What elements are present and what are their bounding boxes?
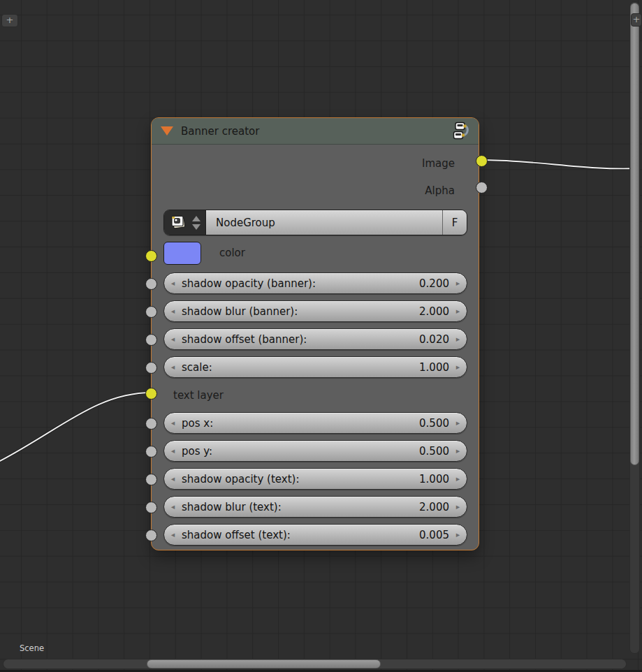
decrement-arrow-icon[interactable]: ◂ — [164, 418, 182, 428]
output-label-alpha: Alpha — [315, 183, 455, 198]
slider-label: shadow offset (text): — [182, 529, 419, 541]
decrement-arrow-icon[interactable]: ◂ — [164, 363, 182, 372]
slider-value: 0.020 — [419, 333, 449, 346]
slider-label: shadow blur (banner): — [182, 305, 419, 318]
input-socket-pos-x[interactable] — [145, 418, 157, 430]
vertical-scrollbar-thumb[interactable] — [630, 3, 639, 465]
slider-value: 2.000 — [419, 305, 449, 318]
scene-label: Scene — [20, 643, 44, 653]
noodle-to-text-layer — [0, 393, 152, 462]
decrement-arrow-icon[interactable]: ◂ — [164, 502, 182, 511]
increment-arrow-icon[interactable]: ▸ — [449, 335, 467, 344]
input-socket-shadow-opacity-text[interactable] — [145, 474, 157, 485]
decrement-arrow-icon[interactable]: ◂ — [164, 307, 182, 316]
decrement-arrow-icon[interactable]: ◂ — [164, 279, 182, 288]
input-socket-scale[interactable] — [145, 362, 157, 374]
decrement-arrow-icon[interactable]: ◂ — [164, 335, 182, 344]
slider-value: 0.005 — [419, 529, 449, 541]
slider-label: scale: — [182, 361, 419, 374]
input-socket-shadow-offset-banner[interactable] — [145, 334, 157, 346]
increment-arrow-icon[interactable]: ▸ — [449, 307, 467, 316]
slider-value: 0.500 — [419, 417, 449, 430]
slider-shadow-blur-text[interactable]: ◂ shadow blur (text): 2.000 ▸ — [163, 496, 467, 518]
slider-label: shadow offset (banner): — [182, 333, 419, 346]
group-browse-button[interactable] — [164, 210, 206, 235]
fake-user-button[interactable]: F — [442, 210, 467, 235]
color-swatch[interactable] — [163, 242, 201, 265]
text-layer-label: text layer — [173, 388, 224, 403]
input-socket-pos-y[interactable] — [145, 446, 157, 458]
input-socket-shadow-blur-banner[interactable] — [145, 306, 157, 318]
decrement-arrow-icon[interactable]: ◂ — [164, 446, 182, 455]
decrement-arrow-icon[interactable]: ◂ — [164, 474, 182, 483]
browse-updown-arrows-icon[interactable] — [192, 216, 200, 230]
region-expand-plus-icon[interactable]: + — [631, 13, 642, 27]
node-group-icon — [446, 120, 469, 142]
slider-pos-y[interactable]: ◂ pos y: 0.500 ▸ — [163, 440, 467, 462]
output-socket-image[interactable] — [476, 155, 488, 167]
slider-shadow-opacity-banner[interactable]: ◂ shadow opacity (banner): 0.200 ▸ — [163, 272, 467, 294]
increment-arrow-icon[interactable]: ▸ — [449, 474, 467, 483]
input-socket-text-layer[interactable] — [145, 388, 157, 400]
collapse-triangle-icon[interactable] — [161, 126, 173, 136]
slider-shadow-blur-banner[interactable]: ◂ shadow blur (banner): 2.000 ▸ — [163, 300, 467, 322]
slider-shadow-offset-text[interactable]: ◂ shadow offset (text): 0.005 ▸ — [163, 524, 467, 546]
increment-arrow-icon[interactable]: ▸ — [449, 418, 467, 428]
increment-arrow-icon[interactable]: ▸ — [449, 279, 467, 288]
input-socket-shadow-offset-text[interactable] — [145, 529, 157, 541]
slider-label: shadow opacity (banner): — [182, 277, 419, 290]
increment-arrow-icon[interactable]: ▸ — [449, 446, 467, 455]
slider-label: shadow opacity (text): — [182, 473, 419, 485]
noodle-from-image-output — [485, 160, 639, 168]
increment-arrow-icon[interactable]: ▸ — [449, 363, 467, 372]
color-label: color — [219, 245, 245, 261]
slider-label: pos y: — [182, 445, 419, 458]
node-editor-viewport[interactable]: Banner creator Image Alpha — [0, 0, 642, 672]
slider-shadow-offset-banner[interactable]: ◂ shadow offset (banner): 0.020 ▸ — [163, 328, 467, 350]
slider-value: 1.000 — [419, 473, 449, 485]
slider-pos-x[interactable]: ◂ pos x: 0.500 ▸ — [163, 412, 467, 434]
slider-value: 2.000 — [419, 501, 449, 513]
group-name-field[interactable]: NodeGroup — [206, 210, 442, 235]
increment-arrow-icon[interactable]: ▸ — [449, 502, 467, 511]
group-selector: NodeGroup F — [163, 210, 467, 235]
slider-value: 0.200 — [419, 277, 449, 290]
horizontal-scrollbar-thumb[interactable] — [147, 659, 381, 669]
output-label-image: Image — [315, 156, 455, 171]
region-expand-plus-icon[interactable]: + — [1, 14, 18, 27]
output-socket-alpha[interactable] — [476, 182, 488, 193]
node-title: Banner creator — [181, 125, 259, 138]
slider-label: shadow blur (text): — [182, 501, 419, 513]
input-socket-color[interactable] — [145, 250, 157, 262]
increment-arrow-icon[interactable]: ▸ — [449, 530, 467, 539]
input-socket-shadow-blur-text[interactable] — [145, 502, 157, 513]
nodetree-browse-icon — [169, 214, 187, 232]
slider-shadow-opacity-text[interactable]: ◂ shadow opacity (text): 1.000 ▸ — [163, 468, 467, 490]
slider-value: 1.000 — [419, 361, 449, 374]
slider-label: pos x: — [182, 417, 419, 430]
input-socket-shadow-opacity-banner[interactable] — [145, 278, 157, 290]
node-banner-creator[interactable]: Banner creator Image Alpha — [151, 117, 479, 550]
decrement-arrow-icon[interactable]: ◂ — [164, 530, 182, 539]
node-header[interactable]: Banner creator — [152, 118, 479, 145]
slider-value: 0.500 — [419, 445, 449, 458]
slider-scale[interactable]: ◂ scale: 1.000 ▸ — [163, 356, 467, 378]
